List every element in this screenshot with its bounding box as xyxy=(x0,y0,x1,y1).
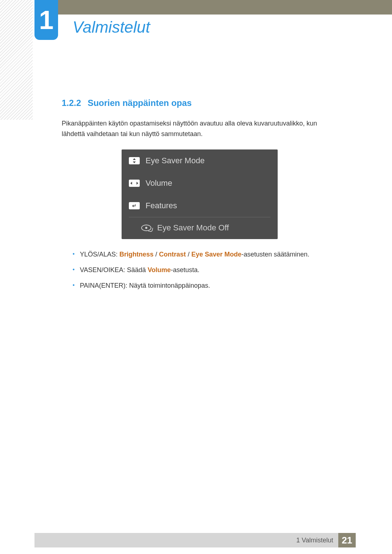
header-bar xyxy=(34,0,392,15)
page-number: 21 xyxy=(338,533,356,547)
osd-row: Eye Saver Mode xyxy=(122,149,278,172)
leftright-icon xyxy=(129,180,140,187)
chapter-number: 1 xyxy=(39,7,53,33)
highlight: Eye Saver Mode xyxy=(191,251,241,258)
section-title: Suorien näppäinten opas xyxy=(87,98,192,108)
list-item: PAINA(ENTER): Näytä toimintonäppäinopas. xyxy=(73,281,338,290)
eye-icon xyxy=(141,225,151,231)
updown-icon xyxy=(129,157,140,164)
chapter-title: Valmistelut xyxy=(73,18,150,36)
intro-paragraph: Pikanäppäinten käytön opastamiseksi näyt… xyxy=(62,118,338,139)
chapter-badge: 1 xyxy=(34,0,58,40)
footer-bar: 1 Valmistelut 21 xyxy=(34,533,356,547)
osd-row: Features xyxy=(122,194,278,217)
section-heading: 1.2.2Suorien näppäinten opas xyxy=(62,98,338,108)
osd-panel: Eye Saver Mode Volume Features Eye Saver… xyxy=(122,149,278,239)
main-content: 1.2.2Suorien näppäinten opas Pikanäppäin… xyxy=(62,98,338,297)
header-pattern xyxy=(0,0,33,120)
osd-row: Volume xyxy=(122,172,278,194)
list-item: VASEN/OIKEA: Säädä Volume-asetusta. xyxy=(73,266,338,275)
section-number: 1.2.2 xyxy=(62,98,81,108)
enter-icon xyxy=(129,202,140,209)
footer-label: 1 Valmistelut xyxy=(296,537,338,544)
list-item: YLÖS/ALAS: Brightness / Contrast / Eye S… xyxy=(73,250,338,259)
osd-status-label: Eye Saver Mode Off xyxy=(157,223,229,233)
osd-row-label: Volume xyxy=(146,178,172,188)
osd-row-label: Eye Saver Mode xyxy=(146,156,205,165)
osd-row-label: Features xyxy=(146,201,177,210)
osd-status-row: Eye Saver Mode Off xyxy=(129,217,270,239)
highlight: Contrast xyxy=(159,251,186,258)
highlight: Volume xyxy=(148,266,171,274)
bullet-list: YLÖS/ALAS: Brightness / Contrast / Eye S… xyxy=(73,250,338,291)
highlight: Brightness xyxy=(119,251,154,258)
